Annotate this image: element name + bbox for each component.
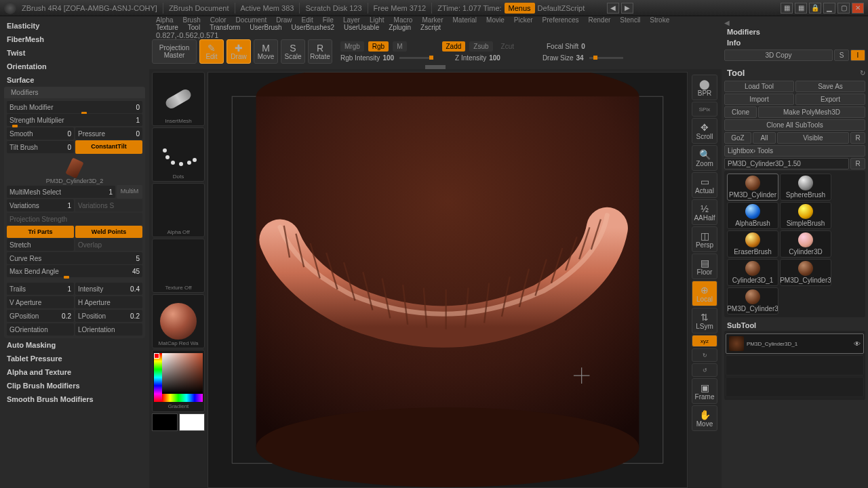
- tilt-slider[interactable]: Tilt Brush0: [7, 141, 74, 153]
- window-max-icon[interactable]: ▢: [837, 3, 850, 14]
- s-button[interactable]: S: [834, 49, 849, 61]
- tool-cylinder3d[interactable]: Cylinder3D: [780, 230, 831, 258]
- goz-button[interactable]: GoZ: [724, 132, 751, 144]
- draw-size-slider[interactable]: Draw Size 34: [542, 54, 623, 62]
- section-smooth-brush[interactable]: Smooth Brush Modifiers: [0, 392, 149, 406]
- menu-macro[interactable]: Macro: [394, 16, 413, 24]
- section-twist[interactable]: Twist: [0, 46, 149, 60]
- menu-picker[interactable]: Picker: [514, 16, 533, 24]
- export-button[interactable]: Export: [795, 94, 865, 105]
- stroke-thumb[interactable]: Dots: [152, 127, 205, 182]
- tool-pm3d-cylinder[interactable]: PM3D_Cylinder: [727, 174, 778, 201]
- g-orientation-slider[interactable]: GOrientation: [7, 323, 74, 336]
- modifiers-header[interactable]: Modifiers: [4, 87, 145, 98]
- menu-file[interactable]: File: [323, 16, 334, 24]
- menu-preferences[interactable]: Preferences: [542, 16, 579, 24]
- max-bend-slider[interactable]: Max Bend Angle45: [7, 265, 142, 277]
- menu-zplugin[interactable]: Zplugin: [389, 24, 411, 31]
- menu-tool[interactable]: Tool: [188, 24, 200, 31]
- multimesh-slider[interactable]: MultiMesh Select1: [7, 186, 115, 198]
- load-tool-button[interactable]: Load Tool: [724, 81, 794, 92]
- menu-marker[interactable]: Marker: [422, 16, 443, 24]
- tool-header[interactable]: Tool: [724, 66, 747, 79]
- menu-edit[interactable]: Edit: [302, 16, 313, 24]
- stretch-slider[interactable]: Stretch: [7, 239, 74, 251]
- section-orientation[interactable]: Orientation: [0, 60, 149, 73]
- menu-movie[interactable]: Movie: [486, 16, 505, 24]
- lsym-button[interactable]: ⇅LSym: [692, 308, 717, 333]
- viewport-canvas[interactable]: [208, 72, 688, 488]
- alpha-thumb[interactable]: Alpha Off: [152, 183, 205, 237]
- section-auto-masking[interactable]: Auto Masking: [0, 338, 149, 352]
- scale-button[interactable]: SScale: [281, 39, 305, 64]
- menu-light[interactable]: Light: [370, 16, 384, 24]
- rgb-intensity-slider[interactable]: Rgb Intensity 100: [340, 54, 433, 62]
- trails-slider[interactable]: Trails1: [7, 283, 74, 295]
- menu-render[interactable]: Render: [589, 16, 611, 24]
- make-polymesh-button[interactable]: Make PolyMesh3D: [758, 106, 865, 118]
- tri-parts-button[interactable]: Tri Parts: [7, 226, 74, 238]
- section-fibermesh[interactable]: FiberMesh: [0, 33, 149, 46]
- menu-layer[interactable]: Layer: [343, 16, 360, 24]
- intensity-slider[interactable]: Intensity0.4: [75, 283, 142, 295]
- save-as-button[interactable]: Save As: [795, 81, 865, 92]
- weld-points-button[interactable]: Weld Points: [75, 226, 142, 238]
- swatch-black[interactable]: [152, 413, 178, 431]
- collapse-icon[interactable]: ◀: [724, 19, 730, 26]
- menu-color[interactable]: Color: [210, 16, 226, 24]
- l-position-slider[interactable]: LPosition0.2: [75, 310, 142, 322]
- scroll-button[interactable]: ✥Scroll: [692, 118, 717, 144]
- persp-button[interactable]: ◫Persp: [692, 226, 717, 252]
- import-button[interactable]: Import: [724, 94, 794, 105]
- variations-slider[interactable]: Variations1: [7, 199, 74, 211]
- multim-button[interactable]: MultiM: [117, 185, 142, 199]
- r-button-2[interactable]: R: [850, 158, 865, 169]
- menu-draw[interactable]: Draw: [276, 16, 292, 24]
- nav-prev-icon[interactable]: ◀: [607, 3, 619, 14]
- pressure-slider[interactable]: Pressure0: [75, 127, 142, 140]
- bpr-button[interactable]: ⬤BPR: [692, 75, 717, 100]
- texture-thumb[interactable]: Texture Off: [152, 239, 205, 293]
- zoom-button[interactable]: 🔍Zoom: [692, 145, 717, 171]
- subtool-item-1[interactable]: PM3D_Cylinder3D_1 👁: [726, 333, 864, 354]
- frame-button[interactable]: ▣Frame: [692, 378, 717, 404]
- z-intensity-slider[interactable]: Z Intensity 100: [455, 54, 500, 62]
- modifiers-section[interactable]: Modifiers: [724, 26, 865, 37]
- spix-button[interactable]: SPix: [692, 102, 717, 117]
- m-button[interactable]: M: [393, 41, 406, 52]
- grid2-icon[interactable]: ▦: [795, 3, 807, 14]
- i-button[interactable]: I: [850, 49, 865, 61]
- constant-tilt-button[interactable]: ConstantTilt: [75, 140, 142, 154]
- menu-stencil[interactable]: Stencil: [620, 16, 640, 24]
- mrgb-button[interactable]: Mrgb: [340, 41, 364, 52]
- nav-next-icon[interactable]: ▶: [621, 3, 633, 14]
- clone-button[interactable]: Clone: [724, 106, 757, 118]
- menu-material[interactable]: Material: [453, 16, 477, 24]
- tool-simple-brush[interactable]: SimpleBrush: [780, 202, 831, 229]
- rotate-button[interactable]: RRotate: [308, 39, 332, 64]
- local-button[interactable]: ⊕Local: [692, 281, 717, 306]
- tool-pm3d-cyl-b[interactable]: PM3D_Cylinder3: [727, 287, 778, 314]
- projection-master-button[interactable]: Projection Master: [152, 39, 197, 64]
- eye-icon[interactable]: 👁: [854, 340, 861, 348]
- refresh-icon[interactable]: ↻: [860, 69, 865, 77]
- zsub-button[interactable]: Zsub: [469, 41, 492, 52]
- aahalf-button[interactable]: ½AAHalf: [692, 199, 717, 225]
- menu-document[interactable]: Document: [236, 16, 267, 24]
- window-min-icon[interactable]: ▁: [823, 3, 835, 14]
- all-button[interactable]: All: [753, 132, 776, 144]
- section-surface[interactable]: Surface: [0, 73, 149, 87]
- section-alpha-texture[interactable]: Alpha and Texture: [0, 365, 149, 379]
- clone-all-button[interactable]: Clone All SubTools: [724, 119, 865, 131]
- default-script[interactable]: DefaultZScript: [538, 4, 585, 12]
- section-elasticity[interactable]: Elasticity: [0, 19, 149, 33]
- lock-icon[interactable]: 🔒: [809, 3, 821, 14]
- tool-sphere-brush[interactable]: SphereBrush: [780, 174, 831, 201]
- menu-userusable[interactable]: UserUsable: [344, 24, 379, 31]
- strength-slider[interactable]: Strength Multiplier1: [7, 114, 142, 126]
- r-button[interactable]: R: [850, 132, 865, 144]
- zadd-button[interactable]: Zadd: [442, 41, 466, 52]
- color-picker-thumb[interactable]: Gradient: [152, 350, 205, 412]
- section-tablet-pressure[interactable]: Tablet Pressure: [0, 352, 149, 365]
- subtool-header[interactable]: SubTool: [724, 320, 865, 331]
